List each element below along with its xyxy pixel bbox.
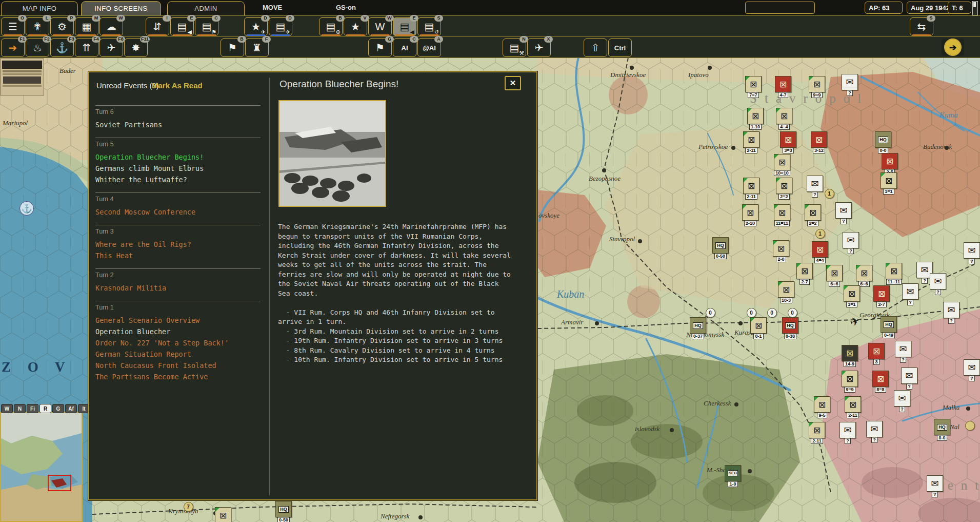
commanders-report-button[interactable]: ▤⚑C <box>195 17 218 36</box>
shift-key-button[interactable]: ⇧ <box>584 38 607 57</box>
air-directive-list-button[interactable]: ▤✈D <box>269 17 292 36</box>
unit-counter-axis[interactable]: ⊠11=11 <box>773 204 791 226</box>
event-list-item[interactable]: General Scenario Overview <box>95 316 261 325</box>
unit-counter-axis[interactable]: ⊠2-11 <box>808 422 826 444</box>
event-list-item[interactable]: German Situation Report <box>95 350 261 359</box>
unit-counter-axis[interactable]: ⊠1=1 <box>843 285 861 307</box>
unit-counter-unk[interactable]: ✉? <box>929 273 947 295</box>
unit-counter-axis[interactable]: ⊠10=10 <box>773 154 791 176</box>
unit-counter-axis[interactable]: ⊠4=4 <box>775 108 793 130</box>
unit-counter-unk[interactable]: ✉? <box>901 368 918 390</box>
unit-counter-sov[interactable]: ⊠3 <box>868 343 885 365</box>
next-action-button[interactable]: ➔F1 <box>1 38 25 57</box>
unit-counter-sov[interactable]: ⊠4=4 <box>811 241 829 263</box>
minimap[interactable] <box>0 412 83 522</box>
logistics-globe-button[interactable]: ▤⊕B <box>319 17 343 36</box>
unit-counter-hq[interactable]: HQ0-49 <box>880 316 897 338</box>
unit-counter-dep[interactable]: 00 <box>784 308 801 318</box>
air-transport-button[interactable]: ✈F8 <box>99 38 123 57</box>
unit-counter-axis[interactable]: ⊠9-5 <box>813 396 831 418</box>
event-list-item[interactable]: Whither the Luftwaffe? <box>95 175 261 184</box>
unit-counter-unk[interactable]: ✉? <box>894 341 912 363</box>
unit-counter-unk[interactable]: ✉? <box>839 422 856 444</box>
unit-counter-hq[interactable]: HQ0-0 <box>874 131 892 153</box>
unit-counter-axis[interactable]: ⊠7=7 <box>745 76 762 98</box>
metrics-button[interactable]: ▦M <box>75 17 98 36</box>
unit-counter-hqred[interactable]: HQ0-38 <box>782 317 799 339</box>
unit-counter-hq[interactable]: HQ0-50 <box>712 237 729 259</box>
unit-counter-unk[interactable]: ✉? <box>943 302 960 324</box>
order-of-battle-button[interactable]: ☰O <box>1 17 25 36</box>
unit-counter-axis[interactable]: ⊠2-11 <box>743 131 760 153</box>
preferences-gear-button[interactable]: ⚙P <box>50 17 74 36</box>
unit-counter-unk[interactable]: ✉? <box>963 359 980 381</box>
unit-counter-hq[interactable]: HQ0-0 <box>933 419 951 441</box>
unit-counter-axis[interactable]: ⊠2-7 <box>796 263 813 285</box>
filter-button-w[interactable]: W <box>1 404 13 413</box>
tab-admin[interactable]: ADMIN <box>167 1 245 15</box>
ai-assist-button[interactable]: AIC <box>393 38 416 57</box>
unit-counter-axis[interactable]: ⊠1=1 <box>880 172 897 195</box>
event-list-item[interactable]: Order No. 227 'Not a Step Back!' <box>95 338 261 347</box>
save-button[interactable]: ▤↺S <box>417 17 441 36</box>
unit-counter-sec[interactable]: SEC1-0 <box>724 465 742 487</box>
event-list-item[interactable]: North Caucasus Front Isolated <box>95 361 261 370</box>
unit-counter-axis[interactable]: ⊠2=2 <box>775 178 793 200</box>
event-list-item[interactable]: Germans climb Mount Elbrus <box>95 164 261 173</box>
next-phase-button[interactable]: ➔ <box>942 38 964 56</box>
unit-counter-axis[interactable]: ⊠10-3 <box>777 281 795 303</box>
unit-counter-hq[interactable]: HQ0-50 <box>275 501 292 522</box>
unit-counter-circ[interactable]: 11 <box>821 189 838 199</box>
message-field[interactable] <box>745 2 815 14</box>
air-directive-star-button[interactable]: ★✈D <box>244 17 268 36</box>
word-export-button[interactable]: WW <box>368 17 392 36</box>
objective-flag-button[interactable]: ⚑G <box>368 38 392 57</box>
mark-as-read-button[interactable]: Mark As Read <box>152 81 203 90</box>
unit-counter-unk[interactable]: ✉? <box>926 475 944 497</box>
event-list-item[interactable]: This Heat <box>95 251 261 260</box>
event-log-button[interactable]: ▤◀E <box>393 17 416 36</box>
unit-counter-circ[interactable]: 77 <box>179 502 197 512</box>
unit-counter-unk[interactable]: ✉? <box>963 242 980 264</box>
unit-counter-axis[interactable]: ⊠1-10 <box>747 108 764 130</box>
unit-counter-unk[interactable]: ✉? <box>835 202 852 224</box>
close-button[interactable]: ✕ <box>505 76 521 90</box>
event-list-item[interactable]: Krasnodar Militia <box>95 283 261 293</box>
transfers-button[interactable]: ⇵I <box>146 17 169 36</box>
event-list-item[interactable]: Soviet Partisans <box>95 120 261 129</box>
unit-counter-elite[interactable]: ⊠14-9 <box>841 345 858 367</box>
filter-button-r[interactable]: R <box>39 404 51 413</box>
unit-counter-axis[interactable]: ⊠2-10 <box>742 204 759 226</box>
unit-counter-sov[interactable]: ⊠3-12 <box>810 131 828 153</box>
event-list-item[interactable]: Operation Bluecher <box>95 327 261 336</box>
gs-toggle-label[interactable]: GS-on <box>336 4 356 11</box>
unit-counter-dep[interactable]: 00 <box>743 308 760 318</box>
tab-map-info[interactable]: MAP INFO <box>1 1 78 15</box>
ctrl-key-button[interactable]: Ctrl <box>608 38 632 57</box>
partisan-attack-button[interactable]: ✸F11 <box>124 38 148 57</box>
unit-counter-unk[interactable]: ✉? <box>902 283 919 305</box>
weather-button[interactable]: ☁W <box>99 17 123 36</box>
naval-transport-button[interactable]: ⚓F3 <box>50 38 74 57</box>
unit-counter-axis[interactable]: ⊠2-11 <box>844 396 862 418</box>
losses-button[interactable]: ✟L <box>26 17 49 36</box>
events-page-button[interactable]: ▤◀E <box>170 17 194 36</box>
unit-counter-axis[interactable]: ⊠9=9 <box>841 371 858 393</box>
unit-counter-sov[interactable]: ⊠2-5 <box>881 153 898 175</box>
unit-counter-dep[interactable]: 00 <box>763 308 781 318</box>
unit-counter-sov[interactable]: ⊠3=3 <box>779 131 797 153</box>
unit-counter-hq[interactable]: HQ0-37 <box>689 317 707 339</box>
unit-counter-circ[interactable]: 11 <box>811 229 829 239</box>
filter-button-fi[interactable]: Fi <box>27 404 38 413</box>
victory-star-button[interactable]: ★V <box>344 17 367 36</box>
unit-counter-axis[interactable]: ⊠11=11 <box>885 263 903 285</box>
unit-counter-axis[interactable]: ⊠2-0 <box>772 240 790 262</box>
unit-counter-unk[interactable]: ✉? <box>842 232 859 254</box>
event-list-item[interactable]: Where are the Oil Rigs? <box>95 240 261 249</box>
unit-counter-dep[interactable]: 00 <box>702 308 719 318</box>
rail-transport-button[interactable]: ♨F2 <box>26 38 49 57</box>
unit-counter-axis[interactable]: ⊠0-1 <box>750 317 767 339</box>
filter-button-g[interactable]: G <box>52 404 64 413</box>
filter-button-af[interactable]: Af <box>65 404 77 413</box>
filter-button-n[interactable]: N <box>14 404 26 413</box>
